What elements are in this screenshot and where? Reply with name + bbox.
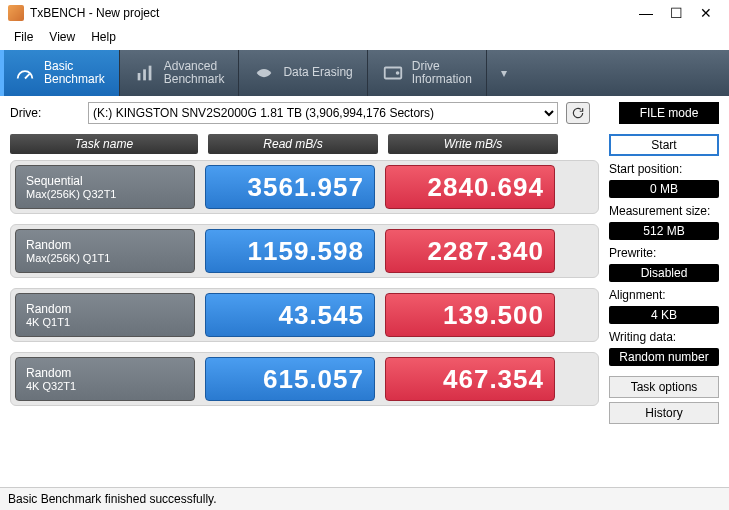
task-name-cell: SequentialMax(256K) Q32T1 <box>15 165 195 209</box>
task-name-cell: Random4K Q32T1 <box>15 357 195 401</box>
startpos-value[interactable]: 0 MB <box>609 180 719 198</box>
results-pane: Task name Read mB/s Write mB/s Sequentia… <box>10 134 599 424</box>
drive-select[interactable]: (K:) KINGSTON SNV2S2000G 1.81 TB (3,906,… <box>88 102 558 124</box>
results-header: Task name Read mB/s Write mB/s <box>10 134 599 154</box>
task-line1: Random <box>26 366 184 380</box>
titlebar: TxBENCH - New project — ☐ ✕ <box>0 0 729 26</box>
result-row: Random4K Q32T1615.057467.354 <box>10 352 599 406</box>
header-task: Task name <box>10 134 198 154</box>
alignment-label: Alignment: <box>609 288 719 302</box>
measurement-label: Measurement size: <box>609 204 719 218</box>
tab-drive-information[interactable]: Drive Information <box>368 50 487 96</box>
menu-help[interactable]: Help <box>85 28 122 46</box>
task-line2: Max(256K) Q32T1 <box>26 188 184 200</box>
measurement-value[interactable]: 512 MB <box>609 222 719 240</box>
refresh-icon <box>571 106 585 120</box>
tab-data-erasing[interactable]: Data Erasing <box>239 50 367 96</box>
task-line2: 4K Q1T1 <box>26 316 184 328</box>
result-row: SequentialMax(256K) Q32T13561.9572840.69… <box>10 160 599 214</box>
tab-label: Drive Information <box>412 60 472 86</box>
side-panel: Start Start position: 0 MB Measurement s… <box>609 134 719 424</box>
window-title: TxBENCH - New project <box>30 6 631 20</box>
svg-rect-1 <box>143 69 146 80</box>
task-name-cell: RandomMax(256K) Q1T1 <box>15 229 195 273</box>
task-line1: Sequential <box>26 174 184 188</box>
writingdata-label: Writing data: <box>609 330 719 344</box>
header-read: Read mB/s <box>208 134 378 154</box>
maximize-button[interactable]: ☐ <box>661 5 691 21</box>
alignment-value[interactable]: 4 KB <box>609 306 719 324</box>
header-write: Write mB/s <box>388 134 558 154</box>
toolbar: Drive: (K:) KINGSTON SNV2S2000G 1.81 TB … <box>0 96 729 130</box>
read-value: 43.545 <box>205 293 375 337</box>
status-bar: Basic Benchmark finished successfully. <box>0 487 729 510</box>
tab-label: Advanced Benchmark <box>164 60 225 86</box>
history-button[interactable]: History <box>609 402 719 424</box>
drive-icon <box>382 62 404 84</box>
tab-overflow[interactable]: ▾ <box>487 50 521 96</box>
write-value: 2287.340 <box>385 229 555 273</box>
startpos-label: Start position: <box>609 162 719 176</box>
svg-point-4 <box>396 72 398 74</box>
writingdata-value[interactable]: Random number <box>609 348 719 366</box>
menu-file[interactable]: File <box>8 28 39 46</box>
task-line2: Max(256K) Q1T1 <box>26 252 184 264</box>
chevron-down-icon: ▾ <box>501 66 507 80</box>
svg-rect-0 <box>137 73 140 80</box>
result-row: RandomMax(256K) Q1T11159.5982287.340 <box>10 224 599 278</box>
svg-rect-2 <box>148 66 151 81</box>
result-row: Random4K Q1T143.545139.500 <box>10 288 599 342</box>
task-options-button[interactable]: Task options <box>609 376 719 398</box>
drive-label: Drive: <box>10 106 80 120</box>
app-icon <box>8 5 24 21</box>
read-value: 3561.957 <box>205 165 375 209</box>
task-line1: Random <box>26 302 184 316</box>
gauge-icon <box>14 62 36 84</box>
task-line2: 4K Q32T1 <box>26 380 184 392</box>
refresh-button[interactable] <box>566 102 590 124</box>
read-value: 1159.598 <box>205 229 375 273</box>
menubar: File View Help <box>0 26 729 50</box>
close-button[interactable]: ✕ <box>691 5 721 21</box>
task-line1: Random <box>26 238 184 252</box>
filemode-button[interactable]: FILE mode <box>619 102 719 124</box>
tab-label: Basic Benchmark <box>44 60 105 86</box>
task-name-cell: Random4K Q1T1 <box>15 293 195 337</box>
write-value: 2840.694 <box>385 165 555 209</box>
tab-advanced-benchmark[interactable]: Advanced Benchmark <box>120 50 240 96</box>
chart-icon <box>134 62 156 84</box>
write-value: 139.500 <box>385 293 555 337</box>
prewrite-value[interactable]: Disabled <box>609 264 719 282</box>
tab-label: Data Erasing <box>283 66 352 79</box>
menu-view[interactable]: View <box>43 28 81 46</box>
read-value: 615.057 <box>205 357 375 401</box>
start-button[interactable]: Start <box>609 134 719 156</box>
minimize-button[interactable]: — <box>631 5 661 21</box>
tab-basic-benchmark[interactable]: Basic Benchmark <box>0 50 120 96</box>
write-value: 467.354 <box>385 357 555 401</box>
erase-icon <box>253 62 275 84</box>
tab-bar: Basic Benchmark Advanced Benchmark Data … <box>0 50 729 96</box>
prewrite-label: Prewrite: <box>609 246 719 260</box>
